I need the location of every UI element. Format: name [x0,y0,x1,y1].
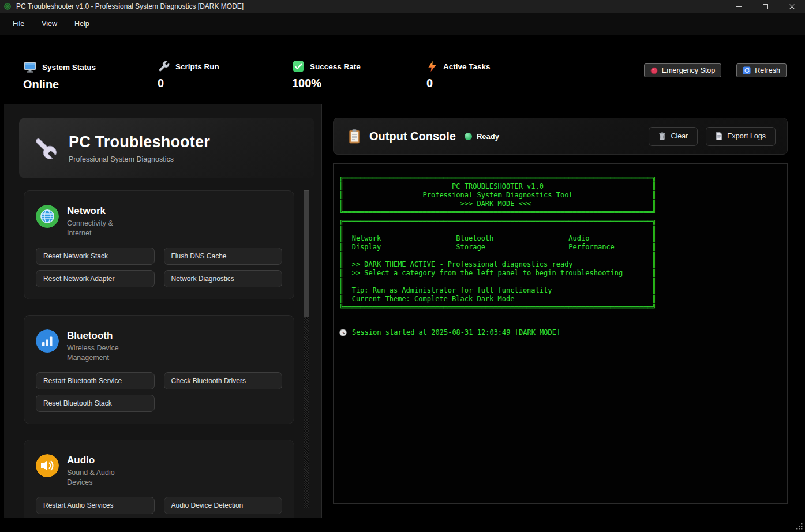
refresh-icon [743,66,751,74]
session-text: Session started at 2025-08-31 12:03:49 [… [352,328,560,336]
stats-bar: System Status Online Scripts Run 0 Succe… [0,35,805,104]
close-button[interactable] [778,0,805,13]
stat-success-rate: Success Rate 100% [292,60,426,90]
restart-audio-services-button[interactable]: Restart Audio Services [36,497,155,514]
window-controls [725,0,805,13]
stat-label: Scripts Run [175,62,219,71]
flush-dns-cache-button[interactable]: Flush DNS Cache [164,248,283,265]
resize-grip[interactable] [796,523,803,530]
console-header-card: Output Console Ready Clear [333,118,788,155]
app-subtitle: Professional System Diagnostics [69,155,210,163]
emergency-stop-label: Emergency Stop [662,66,715,74]
sidebar-panel: PC Troubleshooter Professional System Di… [4,104,322,518]
category-description: Connectivity & Internet [67,219,139,238]
console-output: ╔═══════════════════════════════════════… [339,174,787,312]
window-title: PC Troubleshooter v1.0 - Professional Sy… [16,2,244,10]
category-title: Bluetooth [67,330,139,342]
stat-active-tasks: Active Tasks 0 [426,60,561,90]
console-actions: Clear Export Logs [649,127,776,146]
minimize-button[interactable] [725,0,752,13]
stat-system-status: System Status Online [23,60,158,91]
audio-device-detection-button[interactable]: Audio Device Detection [164,497,283,514]
category-list: Network Connectivity & Internet Reset Ne… [24,190,294,518]
reset-network-adapter-button[interactable]: Reset Network Adapter [36,270,155,287]
stat-value: 0 [158,77,292,90]
category-card-bluetooth: Bluetooth Wireless Device Management Res… [24,315,294,424]
category-title: Audio [67,455,139,466]
document-icon [716,132,722,140]
stat-label: Success Rate [310,62,361,71]
maximize-button[interactable] [752,0,778,13]
menu-file[interactable]: File [6,17,31,31]
category-title: Network [67,205,139,217]
session-line: Session started at 2025-08-31 12:03:49 [… [339,328,787,336]
console-status: Ready [477,132,499,141]
clear-button[interactable]: Clear [649,127,698,146]
menu-view[interactable]: View [35,17,64,31]
app-title: PC Troubleshooter [69,133,210,151]
reset-network-stack-button[interactable]: Reset Network Stack [36,248,155,265]
category-description: Wireless Device Management [67,343,139,362]
stat-value: Online [23,78,158,91]
top-actions: Emergency Stop Refresh [644,63,787,77]
stat-label: Active Tasks [443,62,491,71]
lightning-icon [426,60,438,73]
category-card-audio: Audio Sound & Audio Devices Restart Audi… [24,440,294,518]
category-description: Sound & Audio Devices [67,468,139,487]
menu-help[interactable]: Help [68,17,96,31]
emergency-stop-button[interactable]: Emergency Stop [644,63,721,77]
clock-icon [339,329,347,336]
sidebar-scrollbar[interactable] [304,190,309,508]
refresh-button[interactable]: Refresh [736,63,787,77]
scrollbar-thumb[interactable] [304,190,309,317]
red-circle-icon [650,67,658,74]
main-area: PC Troubleshooter Professional System Di… [0,104,805,518]
export-logs-button[interactable]: Export Logs [706,127,776,146]
window-status-bar [0,518,805,532]
maximize-icon [763,4,768,9]
console-title: Output Console [369,130,456,143]
speaker-icon [36,454,59,477]
globe-icon [36,205,59,228]
signal-bars-icon [36,329,59,353]
wrench-icon [158,60,170,73]
minimize-icon [736,6,742,7]
check-icon [292,60,305,73]
app-icon [3,2,12,10]
close-icon [789,3,795,10]
stat-label: System Status [42,63,96,72]
status-dot-icon [465,133,472,140]
stat-value: 100% [292,77,426,90]
title-bar: PC Troubleshooter v1.0 - Professional Sy… [0,0,805,13]
console-panel: Output Console Ready Clear [322,104,805,518]
restart-bluetooth-service-button[interactable]: Restart Bluetooth Service [36,372,155,389]
category-card-network: Network Connectivity & Internet Reset Ne… [24,190,294,299]
stat-value: 0 [426,77,561,90]
clipboard-icon [347,129,361,144]
network-diagnostics-button[interactable]: Network Diagnostics [164,270,283,287]
console-output-area: ╔═══════════════════════════════════════… [333,163,788,504]
stat-scripts-run: Scripts Run 0 [158,60,292,90]
refresh-label: Refresh [755,66,780,74]
clear-label: Clear [671,132,688,140]
sidebar-header-card: PC Troubleshooter Professional System Di… [19,118,314,178]
export-logs-label: Export Logs [727,132,766,140]
monitor-icon [23,60,37,74]
wrench-icon [33,136,58,161]
reset-bluetooth-stack-button[interactable]: Reset Bluetooth Stack [36,395,155,412]
check-bluetooth-drivers-button[interactable]: Check Bluetooth Drivers [164,372,283,389]
trash-icon [658,132,666,140]
menu-bar: File View Help [0,13,805,35]
